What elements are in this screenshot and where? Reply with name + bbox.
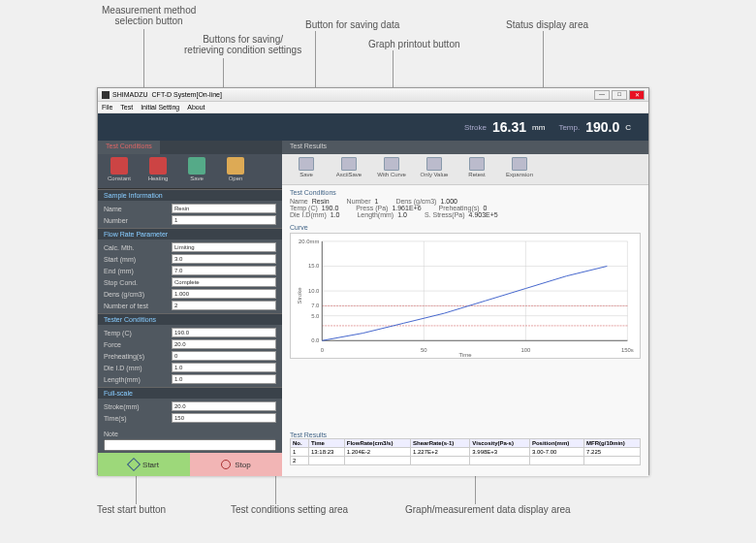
status-temp-label: Temp. xyxy=(558,123,580,132)
minimize-button[interactable]: — xyxy=(594,90,610,100)
status-stroke-unit: mm xyxy=(532,123,545,132)
svg-text:7.0: 7.0 xyxy=(311,303,320,308)
app-icon xyxy=(102,91,110,99)
diamond-icon xyxy=(127,458,141,471)
callout-graph-area: Graph/measurement data display area xyxy=(405,504,571,515)
stop-cond-select[interactable] xyxy=(172,277,276,287)
svg-text:150s: 150s xyxy=(621,347,634,353)
preheat-input[interactable] xyxy=(172,351,276,361)
svg-text:50: 50 xyxy=(421,347,427,353)
only-value-button[interactable]: Only Value xyxy=(416,157,453,181)
die-id-input[interactable] xyxy=(172,363,276,372)
thermometer-icon xyxy=(110,157,128,175)
curve-chart: 050100150s0.05.07.010.015.020.0mmTimeStr… xyxy=(290,233,641,359)
results-table: No.TimeFlowRate(cm3/s)ShearRate(s-1)Visc… xyxy=(290,438,641,465)
svg-text:Stroke: Stroke xyxy=(297,287,302,304)
svg-text:Time: Time xyxy=(459,352,473,358)
temp-input[interactable] xyxy=(172,328,276,337)
callout-conditions-area: Test conditions setting area xyxy=(231,504,348,515)
status-stroke-value: 16.31 xyxy=(492,119,526,135)
status-temp-unit: C xyxy=(625,123,631,132)
dens-input[interactable] xyxy=(172,289,276,299)
tab-test-results[interactable]: Test Results xyxy=(282,141,334,154)
constant-button[interactable]: Constant xyxy=(102,157,137,185)
callout-save-retrieve: Buttons for saving/ retrieving condition… xyxy=(184,34,301,55)
test-results-area: Test Results No.TimeFlowRate(cm3/s)Shear… xyxy=(282,430,648,476)
stop-icon xyxy=(221,460,231,469)
menu-initial-setting[interactable]: Initial Setting xyxy=(141,104,179,111)
force-input[interactable] xyxy=(172,339,276,349)
test-conditions-display: Test Conditions NameResinNumber1Dens (g/… xyxy=(282,185,648,222)
status-stroke-label: Stroke xyxy=(464,123,487,132)
maximize-button[interactable]: □ xyxy=(612,90,627,100)
start-input[interactable] xyxy=(172,254,276,264)
thermometer-icon xyxy=(149,157,167,175)
status-temp-value: 190.0 xyxy=(585,119,619,135)
titlebar: SHIMADZU CFT-D System[On-line] — □ ✕ xyxy=(98,88,648,102)
svg-text:15.0: 15.0 xyxy=(308,263,320,269)
svg-text:5.0: 5.0 xyxy=(311,313,320,319)
retest-icon xyxy=(469,157,485,171)
end-input[interactable] xyxy=(172,266,276,275)
zoom-icon xyxy=(512,157,527,171)
close-button[interactable]: ✕ xyxy=(629,90,645,100)
print-icon xyxy=(426,157,442,171)
tab-test-conditions[interactable]: Test Conditions xyxy=(98,141,160,154)
sample-header: Sample Information xyxy=(98,189,282,201)
app-window: SHIMADZU CFT-D System[On-line] — □ ✕ Fil… xyxy=(97,87,649,475)
window-title: CFT-D System[On-line] xyxy=(152,91,222,98)
menu-file[interactable]: File xyxy=(102,104,112,111)
brand-label: SHIMADZU xyxy=(112,91,148,98)
callout-status: Status display area xyxy=(506,19,588,30)
with-curve-button[interactable]: With Curve xyxy=(373,157,410,181)
curve-area: Curve 050100150s0.05.07.010.015.020.0mmT… xyxy=(282,222,648,430)
save-conditions-button[interactable]: Save xyxy=(179,157,214,185)
tester-header: Tester Conditions xyxy=(98,313,282,325)
menu-about[interactable]: About xyxy=(187,104,205,111)
floppy-icon xyxy=(341,157,357,171)
folder-icon xyxy=(227,157,244,175)
sample-name-input[interactable] xyxy=(172,204,276,213)
callout-save-data: Button for saving data xyxy=(305,19,399,30)
main-area: Test Results Save AsciiSave With Curve O… xyxy=(282,141,648,476)
menubar: File Test Initial Setting About xyxy=(98,102,648,113)
numtest-input[interactable] xyxy=(172,301,276,310)
sample-number-input[interactable] xyxy=(172,215,276,225)
svg-text:100: 100 xyxy=(520,347,531,353)
save-data-button[interactable]: Save xyxy=(288,157,325,181)
heating-button[interactable]: Heating xyxy=(141,157,175,185)
menu-test[interactable]: Test xyxy=(120,104,133,111)
callout-test-start: Test start button xyxy=(97,504,166,515)
fullscale-header: Full-scale xyxy=(98,387,282,399)
note-input[interactable] xyxy=(104,439,276,451)
fullscale-stroke-input[interactable] xyxy=(172,401,276,411)
svg-text:20.0mm: 20.0mm xyxy=(299,239,319,244)
main-toolbar: Save AsciiSave With Curve Only Value Ret… xyxy=(282,154,648,185)
print-icon xyxy=(384,157,399,171)
open-conditions-button[interactable]: Open xyxy=(218,157,253,185)
sidebar-tabs: Test Conditions xyxy=(98,141,282,154)
sidebar-toolbar: Constant Heating Save Open xyxy=(98,154,282,189)
start-button[interactable]: Start xyxy=(98,453,190,476)
length-input[interactable] xyxy=(172,374,276,384)
stop-button[interactable]: Stop xyxy=(190,453,282,476)
calc-mth-select[interactable] xyxy=(172,242,276,252)
flow-header: Flow Rate Parameter xyxy=(98,228,282,240)
retest-button[interactable]: Retest xyxy=(458,157,495,181)
svg-text:10.0: 10.0 xyxy=(308,288,320,294)
main-tabs: Test Results xyxy=(282,141,648,154)
svg-text:0: 0 xyxy=(321,347,325,353)
floppy-icon xyxy=(188,157,205,175)
ascii-save-button[interactable]: AsciiSave xyxy=(331,157,367,181)
sidebar: Test Conditions Constant Heating Save Op… xyxy=(98,141,282,476)
svg-text:0.0: 0.0 xyxy=(311,337,320,343)
status-display-area: Stroke 16.31 mm Temp. 190.0 C xyxy=(98,113,648,141)
expansion-button[interactable]: Expansion xyxy=(501,157,538,181)
callout-graph-print: Graph printout button xyxy=(368,39,460,49)
floppy-icon xyxy=(299,157,314,171)
callout-measurement-method: Measurement method selection button xyxy=(102,5,196,26)
fullscale-time-input[interactable] xyxy=(172,413,276,423)
